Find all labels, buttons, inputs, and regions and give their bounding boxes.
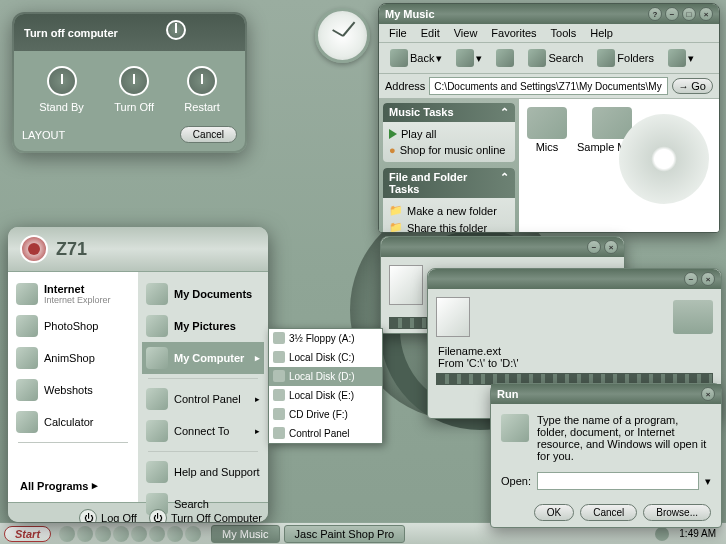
user-avatar-icon [20, 235, 48, 263]
chevron-right-icon: ▸ [92, 479, 98, 492]
close-icon[interactable]: × [701, 387, 715, 401]
back-button[interactable]: Back ▾ [385, 46, 447, 70]
control-panel[interactable]: Control Panel▸ [142, 383, 264, 415]
menu-view[interactable]: View [448, 26, 484, 40]
folder-mics[interactable]: Mics [527, 107, 567, 231]
drive-d[interactable]: Local Disk (D:) [269, 367, 382, 386]
pinned-calculator[interactable]: Calculator [12, 406, 134, 438]
restart-button[interactable]: Restart [184, 66, 219, 113]
close-icon[interactable]: × [699, 7, 713, 21]
run-title: Run [497, 388, 518, 400]
network-icon [146, 420, 168, 442]
folders-button[interactable]: Folders [592, 46, 659, 70]
collapse-icon[interactable]: ⌃ [500, 171, 509, 195]
menu-edit[interactable]: Edit [415, 26, 446, 40]
my-documents[interactable]: My Documents [142, 278, 264, 310]
menu-favorites[interactable]: Favorites [485, 26, 542, 40]
up-button[interactable] [491, 46, 519, 70]
run-browse-button[interactable]: Browse... [643, 504, 711, 521]
connect-to[interactable]: Connect To▸ [142, 415, 264, 447]
task-my-music[interactable]: My Music [211, 525, 279, 543]
play-all-link[interactable]: Play all [389, 126, 509, 142]
pinned-webshots[interactable]: Webshots [12, 374, 134, 406]
drive-control-panel[interactable]: Control Panel [269, 424, 382, 443]
drive-c[interactable]: Local Disk (C:) [269, 348, 382, 367]
drive-floppy[interactable]: 3½ Floppy (A:) [269, 329, 382, 348]
run-dialog: Run× Type the name of a program, folder,… [490, 383, 722, 528]
ql-icon-6[interactable] [149, 526, 165, 542]
ql-icon-5[interactable] [131, 526, 147, 542]
all-programs-button[interactable]: All Programs ▸ [20, 479, 98, 492]
views-icon [668, 49, 686, 67]
drive-e[interactable]: Local Disk (E:) [269, 386, 382, 405]
shutdown-cancel-button[interactable]: Cancel [180, 126, 237, 143]
run-cancel-button[interactable]: Cancel [580, 504, 637, 521]
help-support[interactable]: Help and Support [142, 456, 264, 488]
folder-icon [527, 107, 567, 139]
address-input[interactable] [429, 77, 667, 95]
documents-icon [146, 283, 168, 305]
minimize-icon[interactable]: − [684, 272, 698, 286]
turnoff-button[interactable]: Turn Off [114, 66, 154, 113]
go-button[interactable]: → Go [672, 78, 713, 94]
clock-text: 1:49 AM [673, 528, 722, 539]
explorer-window: My Music ? − □ × File Edit View Favorite… [378, 3, 720, 233]
ql-icon-7[interactable] [167, 526, 183, 542]
shutdown-button[interactable]: ⏻Turn Off Computer [149, 509, 262, 522]
pictures-icon [146, 315, 168, 337]
ql-icon-4[interactable] [113, 526, 129, 542]
run-ok-button[interactable]: OK [534, 504, 574, 521]
ql-icon-1[interactable] [59, 526, 75, 542]
run-input[interactable] [537, 472, 699, 490]
power-icon [166, 20, 186, 40]
menu-tools[interactable]: Tools [545, 26, 583, 40]
webshots-icon [16, 379, 38, 401]
ie-icon [16, 283, 38, 305]
minimize-icon[interactable]: − [587, 240, 601, 254]
pinned-photoshop[interactable]: PhotoShop [12, 310, 134, 342]
minimize-icon[interactable]: − [665, 7, 679, 21]
pinned-animshop[interactable]: AnimShop [12, 342, 134, 374]
ql-icon-8[interactable] [185, 526, 201, 542]
music-tasks-header: Music Tasks [389, 106, 454, 119]
search-button[interactable]: Search [523, 46, 588, 70]
dropdown-icon[interactable]: ▾ [705, 475, 711, 488]
document-icon [436, 297, 470, 337]
help-icon[interactable]: ? [648, 7, 662, 21]
my-computer[interactable]: My Computer▸ [142, 342, 264, 374]
close-icon[interactable]: × [701, 272, 715, 286]
drive-cd[interactable]: CD Drive (F:) [269, 405, 382, 424]
standby-button[interactable]: Stand By [39, 66, 84, 113]
computer-icon [673, 300, 713, 334]
task-psp[interactable]: Jasc Paint Shop Pro [284, 525, 406, 543]
ql-icon-2[interactable] [77, 526, 93, 542]
close-icon[interactable]: × [604, 240, 618, 254]
collapse-icon[interactable]: ⌃ [500, 106, 509, 119]
forward-icon [456, 49, 474, 67]
new-folder-link[interactable]: 📁Make a new folder [389, 202, 509, 219]
restart-icon [187, 66, 217, 96]
menu-help[interactable]: Help [584, 26, 619, 40]
tray-icon[interactable] [655, 527, 669, 541]
back-icon [390, 49, 408, 67]
open-label: Open: [501, 475, 531, 487]
animshop-icon [16, 347, 38, 369]
my-pictures[interactable]: My Pictures [142, 310, 264, 342]
logoff-button[interactable]: ⏻Log Off [79, 509, 137, 522]
separator [148, 451, 258, 452]
chevron-right-icon: ▸ [255, 394, 260, 404]
shop-music-link[interactable]: ●Shop for music online [389, 142, 509, 158]
folders-icon [597, 49, 615, 67]
run-prompt: Type the name of a program, folder, docu… [537, 414, 711, 462]
pinned-internet[interactable]: InternetInternet Explorer [12, 278, 134, 310]
views-button[interactable]: ▾ [663, 46, 699, 70]
computer-icon [146, 347, 168, 369]
share-folder-link[interactable]: 📁Share this folder [389, 219, 509, 233]
start-button[interactable]: Start [4, 526, 51, 542]
forward-button[interactable]: ▾ [451, 46, 487, 70]
ql-icon-3[interactable] [95, 526, 111, 542]
run-icon [501, 414, 529, 442]
menu-file[interactable]: File [383, 26, 413, 40]
menubar: File Edit View Favorites Tools Help [379, 24, 719, 43]
maximize-icon[interactable]: □ [682, 7, 696, 21]
